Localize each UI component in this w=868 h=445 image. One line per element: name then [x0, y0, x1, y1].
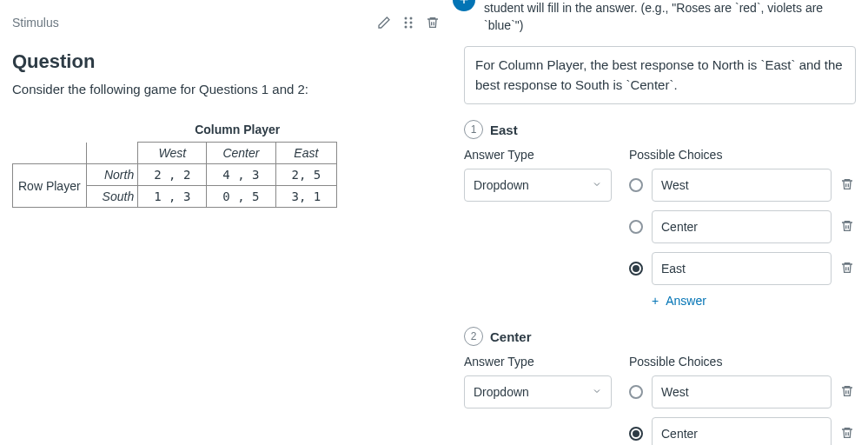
- stimulus-label: Stimulus: [12, 16, 59, 30]
- choice-row: Center: [629, 417, 856, 445]
- column-player-label: Column Player: [138, 117, 337, 143]
- svg-point-2: [405, 22, 407, 24]
- payoff-cell: 3, 1: [275, 186, 337, 208]
- trash-icon[interactable]: [840, 384, 856, 400]
- answer-type-label: Answer Type: [464, 355, 612, 369]
- choice-input[interactable]: West: [652, 375, 832, 408]
- svg-point-3: [410, 22, 413, 24]
- possible-choices-label: Possible Choices: [629, 355, 856, 369]
- chevron-down-icon: [592, 385, 602, 399]
- choice-input[interactable]: East: [652, 252, 832, 285]
- choice-input[interactable]: West: [652, 169, 832, 202]
- blank-name: East: [490, 123, 518, 137]
- add-answer-button[interactable]: + Answer: [652, 294, 856, 308]
- svg-point-0: [405, 17, 407, 20]
- chevron-down-icon: [592, 178, 602, 192]
- col-header: West: [138, 143, 207, 164]
- add-blank-button[interactable]: +: [453, 0, 475, 11]
- col-header: East: [275, 143, 337, 164]
- answer-type-label: Answer Type: [464, 148, 612, 162]
- payoff-cell: 2, 5: [275, 164, 337, 186]
- choice-radio[interactable]: [629, 178, 643, 192]
- trash-icon[interactable]: [840, 177, 856, 193]
- plus-icon: +: [652, 294, 659, 308]
- choice-row: Center: [629, 210, 856, 243]
- delete-icon[interactable]: [426, 16, 440, 30]
- choice-radio[interactable]: [629, 385, 643, 399]
- choice-radio[interactable]: [629, 262, 643, 276]
- payoff-cell: 2 , 2: [138, 164, 207, 186]
- dropdown-value: Dropdown: [474, 178, 529, 192]
- choice-radio[interactable]: [629, 427, 643, 441]
- answer-block: 2 Center Answer Type Dropdown Possible C…: [464, 327, 856, 445]
- hint-text: student will fill in the answer. (e.g., …: [484, 0, 856, 34]
- answer-type-dropdown[interactable]: Dropdown: [464, 375, 612, 408]
- add-answer-label: Answer: [666, 294, 706, 308]
- svg-point-5: [410, 26, 413, 29]
- row-player-label: Row Player: [13, 164, 87, 208]
- trash-icon[interactable]: [840, 219, 856, 235]
- trash-icon[interactable]: [840, 261, 856, 276]
- payoff-cell: 1 , 3: [138, 186, 207, 208]
- svg-point-1: [410, 17, 413, 20]
- payoff-matrix: Column Player West Center East Row Playe…: [12, 117, 337, 208]
- drag-handle-icon[interactable]: [403, 16, 414, 30]
- answer-type-dropdown[interactable]: Dropdown: [464, 169, 612, 202]
- blank-number-badge: 2: [464, 327, 483, 346]
- svg-point-4: [405, 26, 407, 29]
- col-header: Center: [207, 143, 275, 164]
- blank-name: Center: [490, 329, 532, 344]
- answer-block: 1 East Answer Type Dropdown Possible Cho…: [464, 120, 856, 308]
- trash-icon[interactable]: [840, 426, 856, 442]
- row-header: South: [86, 186, 138, 208]
- possible-choices-label: Possible Choices: [629, 148, 856, 162]
- dropdown-value: Dropdown: [474, 385, 529, 399]
- choice-input[interactable]: Center: [652, 210, 832, 243]
- question-stem[interactable]: For Column Player, the best response to …: [464, 46, 856, 104]
- question-heading: Question: [12, 50, 443, 73]
- payoff-cell: 4 , 3: [207, 164, 275, 186]
- choice-row: West: [629, 375, 856, 408]
- blank-number-badge: 1: [464, 120, 483, 139]
- question-prompt: Consider the following game for Question…: [12, 82, 443, 96]
- choice-row: East: [629, 252, 856, 285]
- choice-radio[interactable]: [629, 220, 643, 234]
- payoff-cell: 0 , 5: [207, 186, 275, 208]
- choice-row: West: [629, 169, 856, 202]
- row-header: North: [86, 164, 138, 186]
- edit-icon[interactable]: [377, 16, 391, 30]
- choice-input[interactable]: Center: [652, 417, 832, 445]
